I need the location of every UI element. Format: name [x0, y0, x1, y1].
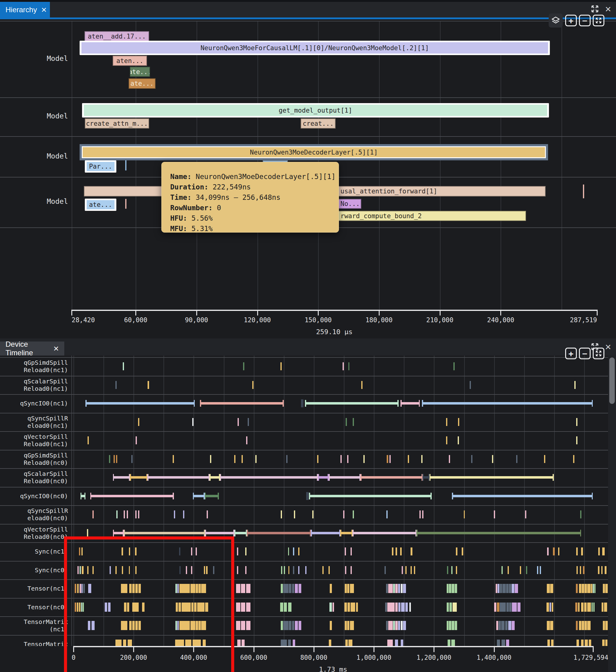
timeline-block[interactable]: [452, 621, 454, 630]
timeline-tick[interactable]: [174, 510, 175, 518]
timeline-tick[interactable]: [516, 455, 517, 463]
timeline-tick[interactable]: [329, 566, 330, 574]
timeline-tick[interactable]: [248, 418, 249, 426]
timeline-block[interactable]: [241, 621, 245, 630]
timeline-block[interactable]: [505, 621, 508, 630]
timeline-block[interactable]: [246, 621, 250, 630]
hierarchy-zoom-out-button[interactable]: −: [579, 15, 591, 26]
timeline-tick[interactable]: [451, 566, 453, 574]
timeline-tick[interactable]: [351, 547, 352, 555]
hierarchy-tick-mark[interactable]: [583, 185, 584, 198]
timeline-block[interactable]: [575, 603, 578, 612]
hierarchy-span[interactable]: ate...: [130, 67, 150, 77]
timeline-block[interactable]: [494, 603, 497, 612]
timeline-tick[interactable]: [298, 547, 299, 555]
timeline-tick[interactable]: [576, 547, 578, 555]
tab-device-timeline[interactable]: Device Timeline ×: [0, 342, 64, 356]
timeline-block[interactable]: [517, 603, 521, 612]
timeline-block[interactable]: [387, 640, 393, 646]
timeline-block[interactable]: [582, 621, 584, 630]
timeline-tick[interactable]: [280, 362, 282, 370]
timeline-block[interactable]: [236, 603, 240, 612]
timeline-tick[interactable]: [456, 566, 457, 574]
timeline-block[interactable]: [584, 621, 587, 630]
timeline-tick[interactable]: [353, 510, 354, 518]
timeline-block[interactable]: [387, 603, 395, 612]
timeline-block[interactable]: [345, 603, 347, 612]
timeline-block[interactable]: [237, 640, 241, 646]
timeline-block[interactable]: [589, 640, 591, 646]
timeline-tick[interactable]: [138, 418, 139, 426]
timeline-tick[interactable]: [553, 547, 555, 555]
timeline-block[interactable]: [288, 603, 292, 612]
timeline-tick[interactable]: [353, 418, 354, 426]
timeline-tick[interactable]: [241, 455, 243, 463]
timeline-block[interactable]: [288, 640, 291, 646]
hierarchy-span-selected[interactable]: NeuronQwen3MoeDecoderLayer[.5][1]: [80, 144, 548, 160]
timeline-block[interactable]: [501, 621, 505, 630]
timeline-tick[interactable]: [447, 566, 449, 574]
timeline-tick[interactable]: [207, 510, 208, 518]
timeline-tick[interactable]: [135, 510, 136, 518]
timeline-line-segment[interactable]: [311, 532, 340, 534]
hierarchy-span[interactable]: Par...: [87, 162, 114, 171]
timeline-tick[interactable]: [471, 455, 472, 463]
timeline-block[interactable]: [295, 584, 298, 593]
timeline-line-segment[interactable]: [360, 476, 423, 479]
timeline-block[interactable]: [452, 584, 454, 593]
timeline-tick[interactable]: [520, 566, 521, 574]
timeline-block[interactable]: [298, 621, 301, 630]
timeline-tick[interactable]: [281, 510, 282, 518]
timeline-tick[interactable]: [210, 455, 211, 463]
timeline-line-segment[interactable]: [430, 476, 554, 479]
timeline-line-segment[interactable]: [124, 532, 205, 534]
timeline-block[interactable]: [349, 640, 353, 646]
timeline-block[interactable]: [447, 603, 449, 612]
timeline-tick[interactable]: [601, 566, 603, 574]
hierarchy-span-frame[interactable]: Par...: [85, 160, 116, 173]
timeline-block[interactable]: [289, 621, 291, 630]
timeline-block[interactable]: [502, 584, 506, 593]
timeline-block[interactable]: [498, 621, 501, 630]
timeline-block[interactable]: [295, 621, 298, 630]
timeline-block[interactable]: [409, 603, 411, 612]
timeline-block[interactable]: [298, 584, 301, 593]
timeline-tick[interactable]: [581, 547, 583, 555]
timeline-tick[interactable]: [422, 510, 424, 518]
timeline-block[interactable]: [401, 603, 405, 612]
timeline-line-segment[interactable]: [305, 402, 398, 405]
timeline-block[interactable]: [587, 584, 591, 593]
timeline-block[interactable]: [605, 621, 608, 630]
timeline-line-segment[interactable]: [147, 476, 209, 479]
timeline-block[interactable]: [497, 640, 500, 646]
hierarchy-span[interactable]: NeuronQwen3MoeDecoderLayer[.5][1]: [83, 147, 545, 157]
timeline-block[interactable]: [605, 584, 608, 593]
timeline-tick[interactable]: [400, 547, 402, 555]
timeline-tick[interactable]: [402, 566, 403, 574]
timeline-tick[interactable]: [343, 362, 344, 370]
timeline-block[interactable]: [550, 584, 553, 593]
timeline-block[interactable]: [292, 621, 294, 630]
timeline-block[interactable]: [386, 584, 388, 593]
timeline-block[interactable]: [604, 603, 607, 612]
timeline-block[interactable]: [449, 621, 451, 630]
timeline-block[interactable]: [395, 603, 398, 612]
timeline-tick[interactable]: [288, 547, 289, 555]
timeline-block[interactable]: [280, 603, 283, 612]
timeline-block[interactable]: [395, 621, 398, 630]
timeline-block[interactable]: [330, 603, 332, 612]
timeline-block[interactable]: [578, 603, 580, 612]
timeline-tick[interactable]: [349, 362, 350, 370]
timeline-block[interactable]: [603, 621, 605, 630]
timeline-block[interactable]: [241, 603, 245, 612]
timeline-tick[interactable]: [192, 418, 194, 426]
timeline-tick[interactable]: [396, 547, 397, 555]
timeline-block[interactable]: [333, 603, 334, 612]
timeline-block[interactable]: [289, 584, 291, 593]
timeline-tick[interactable]: [109, 455, 110, 463]
timeline-tick[interactable]: [124, 510, 125, 518]
timeline-tick[interactable]: [114, 455, 115, 463]
timeline-block[interactable]: [450, 603, 452, 612]
hierarchy-span[interactable]: ate...: [129, 78, 155, 89]
timeline-block[interactable]: [393, 584, 395, 593]
